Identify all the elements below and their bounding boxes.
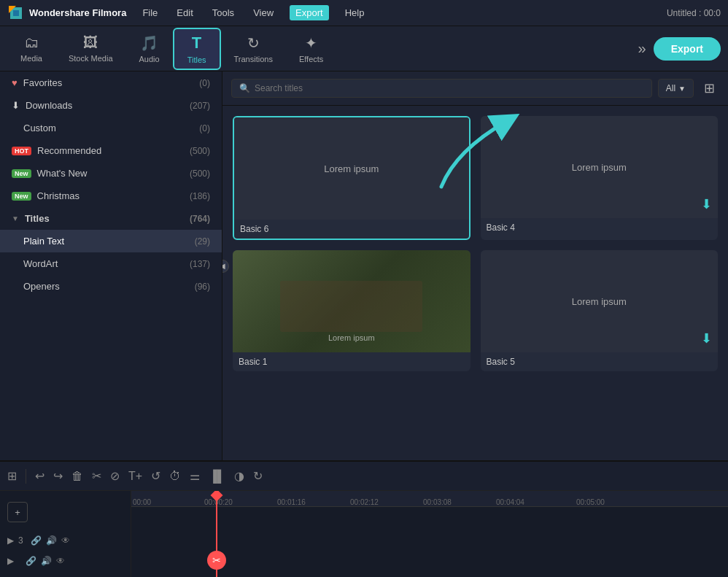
sidebar-item-favorites[interactable]: ♥ Favorites (0) [0, 71, 222, 94]
menu-edit[interactable]: Edit [174, 6, 195, 20]
new-badge-whats-new: New [12, 169, 31, 178]
timer-icon[interactable]: ⏱ [169, 470, 181, 483]
wordart-count: (137) [190, 259, 210, 269]
sidebar-item-christmas[interactable]: New Christmas (186) [0, 185, 222, 207]
titles-label: Titles [187, 55, 206, 64]
timeline-left-panel: + ▶ 3 🔗 🔊 👁 ▶ 🔗 🔊 👁 [0, 491, 131, 577]
toolbar-stock-media[interactable]: 🖼 Stock Media [55, 30, 126, 67]
color-icon[interactable]: ◑ [234, 469, 244, 483]
ruler-mark-4: 00:03:08 [423, 498, 452, 506]
toolbar-more-button[interactable]: » [631, 40, 654, 57]
titles-count: (764) [190, 214, 210, 224]
sidebar-recommended-label: Recommended [37, 145, 101, 156]
toolbar-media[interactable]: 🗂 Media [7, 30, 55, 67]
track-mute-icon[interactable]: 🔊 [46, 535, 57, 546]
tile-basic5[interactable]: Lorem ipsum ⬇ Basic 5 [481, 250, 719, 371]
export-button[interactable]: Export [654, 37, 721, 61]
menu-bar: Wondershare Filmora File Edit Tools View… [0, 0, 728, 26]
toolbar-effects[interactable]: ✦ Effects [286, 30, 336, 68]
track-eye-icon[interactable]: 👁 [61, 535, 70, 546]
whats-new-count: (500) [190, 169, 210, 179]
sidebar-item-whats-new[interactable]: New What's New (500) [0, 162, 222, 185]
menu-export[interactable]: Export [290, 5, 329, 20]
track2-mute-icon[interactable]: 🔊 [41, 556, 52, 566]
sidebar-item-wordart[interactable]: WordArt (137) [0, 252, 222, 275]
content-header: 🔍 All ▼ ⊞ [222, 71, 728, 106]
track-2-label: ▶ 🔗 🔊 👁 [7, 556, 123, 566]
sidebar-titles-section[interactable]: ▼ Titles (764) [0, 207, 222, 230]
sidebar-item-custom[interactable]: Custom (0) [0, 117, 222, 139]
filter-dropdown[interactable]: All ▼ [658, 79, 694, 98]
sidebar: ♥ Favorites (0) ⬇ Downloads (207) Custom… [0, 71, 222, 460]
app-logo: Wondershare Filmora [7, 4, 126, 22]
tile-basic6-thumb: Lorem ipsum [234, 117, 469, 220]
menu-help[interactable]: Help [342, 6, 368, 20]
sidebar-item-recommended[interactable]: HOT Recommended (500) [0, 139, 222, 162]
redo-icon[interactable]: ↪ [53, 469, 63, 483]
main-content: ♥ Favorites (0) ⬇ Downloads (207) Custom… [0, 71, 728, 460]
rotate-icon[interactable]: ↺ [151, 469, 160, 483]
search-icon: 🔍 [239, 83, 250, 93]
stock-media-icon: 🖼 [83, 34, 98, 51]
christmas-count: (186) [190, 191, 210, 201]
tile-basic1-thumb: Lorem ipsum [233, 250, 471, 352]
sidebar-openers-label: Openers [23, 281, 60, 292]
split-icon[interactable]: ▐▌ [209, 470, 225, 483]
sidebar-christmas-label: Christmas [37, 190, 80, 201]
menu-view[interactable]: View [250, 6, 276, 20]
tile-basic6-label: Basic 6 [234, 220, 469, 239]
tile-basic4[interactable]: Lorem ipsum ⬇ Basic 4 [481, 116, 719, 240]
titles-icon: T [192, 34, 201, 53]
cut-icon[interactable]: ✂ [92, 469, 101, 483]
add-track-button[interactable]: + [7, 502, 28, 522]
sidebar-favorites-label: Favorites [23, 77, 62, 88]
tile-basic6[interactable]: Lorem ipsum Basic 6 [233, 116, 471, 240]
toolbar-transitions[interactable]: ↻ Transitions [221, 30, 286, 68]
custom-count: (0) [199, 123, 210, 133]
transitions-icon: ↻ [247, 34, 260, 52]
tile-basic5-download-icon[interactable]: ⬇ [701, 330, 712, 346]
track2-eye-icon[interactable]: 👁 [56, 556, 65, 566]
delete-icon[interactable]: 🗑 [71, 470, 83, 483]
tile-basic1[interactable]: Lorem ipsum Basic 1 [233, 250, 471, 371]
tile-basic4-download-icon[interactable]: ⬇ [701, 196, 712, 212]
search-input[interactable] [255, 83, 644, 93]
ruler-mark-0: 00:00 [133, 498, 151, 506]
speed-icon[interactable]: ↻ [253, 469, 263, 483]
adjust-icon[interactable]: ⚌ [190, 469, 200, 483]
tiles-grid: Lorem ipsum Basic 6 Lorem ipsum ⬇ Basic … [222, 106, 728, 382]
tile-basic5-label: Basic 5 [481, 352, 719, 371]
timeline-right: 00:00 00:00:20 00:01:16 00:02:12 00:03:0… [131, 491, 728, 577]
toolbar: 🗂 Media 🖼 Stock Media 🎵 Audio T Titles ↻… [0, 26, 728, 71]
ruler-mark-6: 00:05:00 [576, 498, 605, 506]
undo-icon[interactable]: ↩ [35, 469, 44, 483]
toolbar-audio[interactable]: 🎵 Audio [126, 30, 173, 68]
tile-basic1-label: Basic 1 [233, 352, 471, 371]
audio-label: Audio [139, 55, 160, 63]
sidebar-item-downloads[interactable]: ⬇ Downloads (207) [0, 94, 222, 117]
ruler-mark-3: 00:02:12 [350, 498, 379, 506]
toolbar-titles[interactable]: T Titles [173, 28, 221, 70]
sidebar-item-plain-text[interactable]: Plain Text (29) [0, 230, 222, 252]
menu-file[interactable]: File [139, 6, 160, 20]
favorites-count: (0) [199, 78, 210, 88]
timeline-grid-icon[interactable]: ⊞ [7, 469, 17, 483]
filter-label: All [666, 83, 675, 93]
new-badge-christmas: New [12, 192, 31, 201]
track-link-icon: 🔗 [31, 535, 42, 546]
effects-icon: ✦ [305, 34, 317, 52]
tile-basic4-thumb: Lorem ipsum ⬇ [481, 116, 719, 218]
text-add-icon[interactable]: T+ [128, 470, 142, 483]
tile-basic5-text: Lorem ipsum [572, 296, 627, 307]
playhead-bottom-handle[interactable]: ✂ [207, 551, 226, 570]
sidebar-custom-label: Custom [23, 123, 56, 133]
window-title: Untitled : 00:0 [667, 8, 721, 18]
downloads-icon: ⬇ [12, 100, 20, 111]
search-box: 🔍 [231, 79, 652, 98]
openers-count: (96) [195, 282, 210, 292]
crop-icon[interactable]: ⊘ [110, 469, 120, 483]
grid-view-button[interactable]: ⊞ [700, 79, 719, 98]
menu-tools[interactable]: Tools [209, 6, 237, 20]
stock-media-label: Stock Media [69, 54, 113, 63]
sidebar-item-openers[interactable]: Openers (96) [0, 275, 222, 298]
